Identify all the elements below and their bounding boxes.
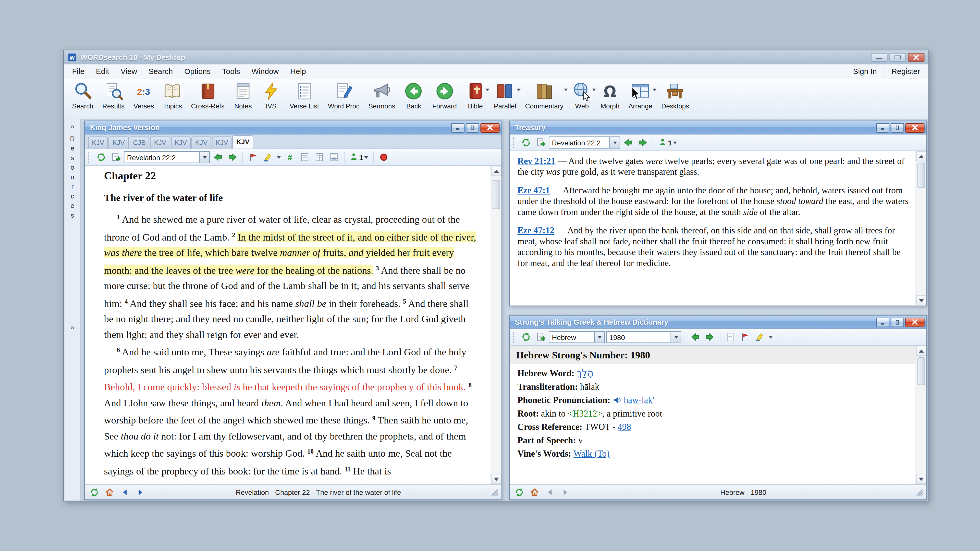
strongs-titlebar[interactable]: Strong's Talking Greek & Hebrew Dictiona… [510,316,927,329]
close-button[interactable] [905,123,924,132]
tool-morph[interactable]: ΩMorph [596,80,624,110]
expand-chevron-icon[interactable] [70,323,75,332]
maximize-button[interactable] [466,123,479,132]
tool-word-proc[interactable]: Word Proc [324,80,364,110]
toolbar-grip[interactable] [513,137,515,148]
menu-help[interactable]: Help [285,65,312,77]
scroll-up-button[interactable] [491,166,501,176]
close-button[interactable] [480,123,500,132]
tab-kjv[interactable]: KJV [191,137,211,149]
sync-icon[interactable] [94,151,108,164]
chevron-down-icon[interactable] [609,137,620,148]
resources-sidebar[interactable]: Resources [65,119,81,501]
next-entry-button[interactable] [703,330,717,343]
tool-parallel[interactable]: Parallel [489,80,520,110]
menu-sign-in[interactable]: Sign In [847,65,883,77]
tool-commentary[interactable]: Commentary [520,80,568,110]
verse-link[interactable]: Rev 21:21 [517,156,555,166]
tool-verses[interactable]: 2:3Verses [129,80,159,110]
chevron-down-icon[interactable] [671,332,681,343]
home-icon[interactable] [103,486,117,499]
minimize-button[interactable] [451,123,465,132]
chevron-down-icon[interactable] [653,89,657,91]
next-verse-button[interactable] [636,136,650,149]
tool-forward[interactable]: Forward [428,80,461,110]
layout-split-icon[interactable] [313,151,326,164]
history-back-icon[interactable] [118,486,132,499]
record-icon[interactable] [377,151,391,164]
scroll-up-button[interactable] [916,151,926,162]
refresh-icon[interactable] [512,486,527,499]
history-forward-icon[interactable] [134,486,148,499]
scroll-down-button[interactable] [491,474,501,484]
sync-icon[interactable] [519,330,533,343]
highlighter-icon[interactable] [261,151,275,164]
scroll-down-button[interactable] [916,295,926,306]
chevron-down-icon[interactable] [277,156,281,159]
home-icon[interactable] [528,486,542,499]
sync-icon[interactable] [519,136,533,149]
menu-window[interactable]: Window [246,65,285,77]
previous-verse-button[interactable] [211,151,225,164]
strongs-number-input[interactable]: 1980 [606,331,681,343]
vertical-scrollbar[interactable] [916,151,927,306]
close-button[interactable] [905,318,924,327]
language-combobox[interactable]: Hebrew [549,331,605,343]
tab-cjb[interactable]: CJB [129,137,150,149]
menu-edit[interactable]: Edit [90,65,115,77]
go-to-page-icon[interactable] [534,136,548,149]
history-forward-icon[interactable] [558,486,573,499]
menu-search[interactable]: Search [143,65,179,77]
verse-link[interactable]: Eze 47:1 [517,186,550,195]
dictionary-text-pane[interactable]: Hebrew Strong's Number: 1980 Hebrew Word… [510,346,916,484]
tool-results[interactable]: Results [98,80,129,110]
scrollbar-thumb[interactable] [493,180,500,209]
app-titlebar[interactable]: W WORDsearch 10 - My Desktop [64,51,928,65]
scrollbar-thumb[interactable] [918,163,925,188]
tool-notes[interactable]: Notes [229,80,257,110]
speaker-icon[interactable] [612,395,621,405]
highlighter-icon[interactable] [753,330,767,343]
next-verse-button[interactable] [226,151,239,164]
chevron-down-icon[interactable] [485,89,489,91]
resize-grip-icon[interactable] [490,487,499,497]
menu-file[interactable]: File [66,65,90,77]
sync-group-control[interactable]: 1 [657,136,679,149]
tool-sermons[interactable]: Sermons [364,80,400,110]
tab-kjv[interactable]: KJV [212,137,232,149]
treasury-titlebar[interactable]: Treasury [510,121,927,135]
treasury-text-pane[interactable]: Rev 21:21 — And the twelve gates were tw… [510,151,916,306]
go-to-page-icon[interactable] [109,151,123,164]
bookmark-flag-icon[interactable] [738,330,752,343]
layout-single-icon[interactable] [298,151,312,164]
tool-bible[interactable]: Bible [461,80,489,110]
menu-tools[interactable]: Tools [216,65,246,77]
chevron-down-icon[interactable] [564,89,568,91]
tab-kjv[interactable]: KJV [150,137,170,149]
toolbar-grip[interactable] [88,152,91,163]
page-icon[interactable] [724,330,737,343]
app-minimize-button[interactable] [871,53,888,62]
chevron-down-icon[interactable] [199,152,209,163]
tool-ivs[interactable]: IVS [257,80,285,110]
bookmark-flag-icon[interactable] [246,151,260,164]
tool-search[interactable]: Search [68,80,98,110]
strongs-numbers-toggle[interactable]: # [283,151,297,164]
kjv-titlebar[interactable]: King James Version [85,121,502,135]
minimize-button[interactable] [876,318,890,327]
scroll-up-button[interactable] [916,346,926,356]
maximize-button[interactable] [891,318,904,327]
app-close-button[interactable] [908,53,924,62]
tab-kjv[interactable]: KJV [88,137,108,149]
tool-verse-list[interactable]: Verse List [285,80,323,110]
refresh-icon[interactable] [88,486,102,499]
go-to-page-icon[interactable] [534,330,548,343]
chevron-down-icon[interactable] [769,336,773,338]
minimize-button[interactable] [876,123,890,132]
layout-list-icon[interactable] [328,151,341,164]
bible-text-pane[interactable]: Chapter 22 The river of the water of lif… [85,166,491,484]
history-back-icon[interactable] [543,486,557,499]
menu-view[interactable]: View [115,65,143,77]
previous-entry-button[interactable] [689,330,702,343]
previous-verse-button[interactable] [621,136,635,149]
